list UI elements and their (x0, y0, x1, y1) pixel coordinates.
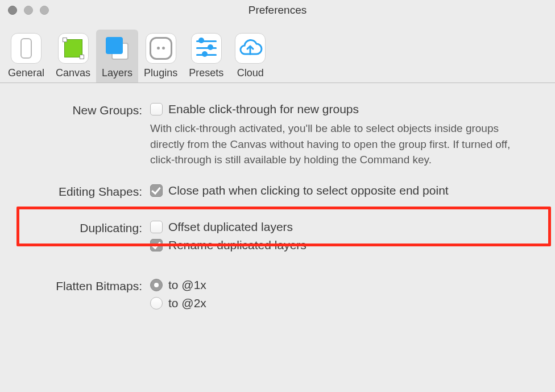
tab-canvas[interactable]: Canvas (50, 30, 96, 82)
canvas-icon (58, 33, 89, 64)
close-window-icon[interactable] (8, 6, 17, 15)
checkbox-rename-duplicated[interactable] (150, 239, 163, 251)
radio-label: to @1x (168, 278, 206, 292)
window-controls (8, 6, 49, 15)
tab-label: Plugins (144, 67, 177, 79)
tab-label: Presets (189, 67, 223, 79)
presets-icon (191, 33, 222, 64)
radio-flatten-2x[interactable] (150, 297, 163, 310)
checkbox-label: Close path when clicking to select oppos… (168, 184, 449, 197)
row-flatten-bitmaps: Flatten Bitmaps: to @1x to @2x (17, 278, 538, 315)
row-new-groups: New Groups: Enable click-through for new… (17, 102, 538, 178)
general-icon (11, 33, 42, 64)
tab-cloud[interactable]: Cloud (229, 30, 271, 82)
row-editing-shapes: Editing Shapes: Close path when clicking… (17, 184, 538, 202)
tab-label: Cloud (237, 67, 264, 79)
checkbox-click-through[interactable] (150, 103, 163, 115)
label-editing-shapes: Editing Shapes: (17, 184, 150, 199)
preferences-toolbar: General Canvas Layers Plugins Presets Cl… (0, 20, 555, 83)
window-title: Preferences (248, 4, 307, 16)
radio-flatten-1x[interactable] (150, 279, 163, 291)
tab-presets[interactable]: Presets (183, 30, 229, 82)
preferences-content: New Groups: Enable click-through for new… (0, 83, 555, 315)
checkbox-close-path[interactable] (150, 184, 163, 197)
tab-general[interactable]: General (2, 30, 50, 82)
help-click-through: With click-through activated, you'll be … (150, 121, 514, 168)
row-duplicating: Duplicating: Offset duplicated layers Re… (17, 220, 538, 257)
layers-icon (102, 33, 132, 64)
tab-plugins[interactable]: Plugins (138, 30, 183, 82)
zoom-window-icon[interactable] (40, 6, 49, 15)
cloud-icon (235, 33, 266, 64)
label-flatten-bitmaps: Flatten Bitmaps: (17, 278, 150, 293)
minimize-window-icon[interactable] (24, 6, 33, 15)
label-duplicating: Duplicating: (17, 220, 150, 235)
checkbox-offset-duplicated[interactable] (150, 221, 163, 233)
tab-layers[interactable]: Layers (96, 30, 138, 82)
tab-label: Layers (102, 67, 132, 79)
checkbox-label: Rename duplicated layers (168, 238, 307, 252)
label-new-groups: New Groups: (17, 102, 150, 117)
tab-label: Canvas (56, 67, 90, 79)
radio-label: to @2x (168, 296, 206, 310)
tab-label: General (8, 67, 44, 79)
checkbox-label: Enable click-through for new groups (168, 102, 359, 116)
plugins-icon (146, 33, 176, 64)
checkbox-label: Offset duplicated layers (168, 220, 293, 234)
